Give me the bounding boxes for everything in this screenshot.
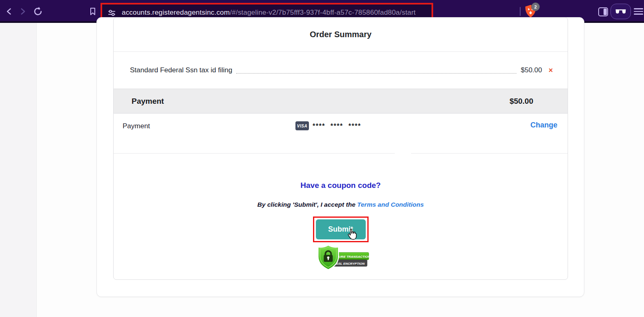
item-price: $50.00: [521, 66, 542, 74]
order-line-item: Standard Federal Ssn tax id filing $50.0…: [114, 52, 568, 89]
sidebar-toggle-fill: [604, 9, 607, 15]
terms-statement: By clicking 'Submit', I accept the Terms…: [114, 201, 568, 208]
payment-method-label: Payment: [123, 122, 150, 130]
back-icon[interactable]: [5, 7, 14, 16]
payment-total-label: Payment: [132, 97, 510, 106]
remove-item-icon[interactable]: ×: [548, 67, 553, 74]
page-title: Order Summary: [114, 30, 568, 39]
private-window-button[interactable]: [610, 4, 631, 19]
coupon-code-link[interactable]: Have a coupon code?: [114, 181, 568, 190]
submit-annotation-box: Submit: [313, 217, 369, 242]
visa-icon: VISA: [295, 121, 309, 130]
change-payment-link[interactable]: Change: [530, 121, 557, 129]
brave-shield-button[interactable]: 2: [524, 4, 538, 18]
left-rail: [0, 23, 37, 317]
shield-badge-count: 2: [531, 2, 540, 11]
terms-prefix: By clicking 'Submit', I accept the: [257, 201, 357, 208]
dotted-leader: [236, 73, 517, 74]
sidebar-toggle-icon[interactable]: [598, 7, 608, 16]
payment-method-row: Payment VISA **** **** **** Change: [114, 114, 568, 154]
url-text[interactable]: accounts.registeredagentsinc.com/#/stage…: [122, 9, 416, 17]
tune-icon[interactable]: [107, 9, 116, 17]
url-path: /#/stageline-v2/7b75fff3-937f-4bff-a57c-…: [230, 9, 416, 16]
payment-total-amount: $50.00: [510, 97, 533, 106]
reload-icon[interactable]: [33, 6, 43, 17]
divider-notch: [395, 153, 411, 155]
forward-icon[interactable]: [18, 7, 27, 16]
order-summary-box: Order Summary Standard Federal Ssn tax i…: [113, 17, 568, 280]
bookmark-icon[interactable]: [88, 7, 97, 16]
toolbar-divider: [520, 7, 521, 16]
payment-total-row: Payment $50.00: [114, 89, 568, 114]
submit-button[interactable]: Submit: [316, 219, 366, 239]
hamburger-menu-icon[interactable]: [634, 8, 643, 15]
url-domain: accounts.registeredagentsinc.com: [122, 9, 230, 16]
terms-link[interactable]: Terms and Conditions: [357, 201, 424, 208]
masked-card-number: **** **** ****: [313, 122, 361, 130]
item-name: Standard Federal Ssn tax id filing: [130, 66, 232, 74]
page-content: Order Summary Standard Federal Ssn tax i…: [0, 23, 644, 317]
glasses-icon: [615, 9, 626, 14]
secure-transaction-badge: SECURE TRANSACTION SSL ENCRYPTION: [316, 245, 370, 270]
screen: accounts.registeredagentsinc.com/#/stage…: [0, 0, 644, 317]
badge-line2: SSL ENCRYPTION: [336, 262, 364, 266]
